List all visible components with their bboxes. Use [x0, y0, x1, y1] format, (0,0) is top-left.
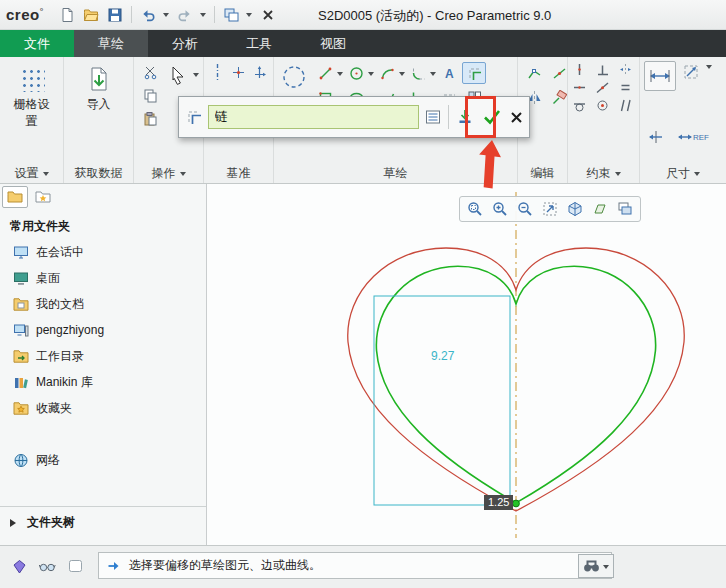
undo-button[interactable]: [137, 4, 159, 26]
find-button[interactable]: [36, 556, 58, 576]
circle-tool-button[interactable]: [344, 62, 368, 84]
window-switch-button[interactable]: [220, 4, 242, 26]
selection-filter-button[interactable]: [8, 556, 30, 576]
offset-drag-handle[interactable]: [513, 500, 520, 507]
refit-button[interactable]: [538, 198, 562, 220]
datum-point-button[interactable]: [229, 61, 247, 83]
constraint-midpoint-button[interactable]: [592, 79, 613, 95]
modify-button[interactable]: [522, 62, 546, 84]
redo-icon: [177, 7, 193, 23]
import-button[interactable]: 导入: [81, 61, 117, 118]
cancel-button[interactable]: [507, 104, 525, 130]
zoom-in-button[interactable]: [488, 198, 512, 220]
constraint-tangent-button[interactable]: [569, 97, 590, 113]
offset-dimension-label[interactable]: 1.25: [484, 495, 513, 510]
constraint-perpendicular-button[interactable]: [592, 61, 613, 77]
offset-tool-button[interactable]: [462, 62, 486, 84]
constraint-symmetric-button[interactable]: [615, 61, 636, 77]
close-window-button[interactable]: [257, 4, 279, 26]
sidebar-tab-folders[interactable]: [2, 186, 28, 208]
height-dimension-text[interactable]: 9.27: [431, 349, 455, 363]
delete-segment-icon: [552, 90, 567, 105]
folder-tree-expander[interactable]: 文件夹树: [0, 506, 206, 531]
search-button[interactable]: [578, 554, 614, 578]
redo-dropdown[interactable]: [198, 4, 209, 26]
save-list-icon: [457, 109, 473, 125]
select-button[interactable]: [165, 61, 190, 91]
arc-tool-button[interactable]: [375, 62, 399, 84]
group-settings: 栅格设置 设置: [0, 57, 64, 183]
dimension-normal-button[interactable]: [644, 61, 676, 91]
collector-button[interactable]: [183, 104, 205, 130]
edit-label-text: 编辑: [531, 165, 555, 182]
centerline-button[interactable]: [208, 61, 226, 83]
dimension-ordinate-button[interactable]: [679, 61, 703, 83]
sidebar-item-favorites[interactable]: 收藏夹: [0, 395, 206, 421]
text-tool-button[interactable]: A: [437, 62, 461, 84]
clipping-toggle-button[interactable]: [64, 556, 86, 576]
sidebar-item-label: 收藏夹: [36, 400, 72, 417]
navigator-tabs: [0, 184, 206, 210]
tab-tools[interactable]: 工具: [222, 30, 296, 57]
group-datum-label: 基准: [204, 163, 273, 183]
dimension-baseline-button[interactable]: [644, 126, 668, 148]
new-file-button[interactable]: [56, 4, 78, 26]
constraint-horizontal-button[interactable]: [569, 79, 590, 95]
constraint-parallel-button[interactable]: [615, 97, 636, 113]
copy-button[interactable]: [138, 84, 162, 106]
line-tool-button[interactable]: [313, 62, 337, 84]
arc-icon: [380, 66, 395, 81]
undo-dropdown[interactable]: [161, 4, 172, 26]
construction-mode-button[interactable]: [278, 61, 310, 93]
tab-sketch[interactable]: 草绘: [74, 30, 148, 57]
layers-button[interactable]: [613, 198, 637, 220]
working-folder-icon: [13, 349, 29, 364]
constraint-coincident-button[interactable]: [592, 97, 613, 113]
sidebar-item-label: pengzhiyong: [36, 323, 104, 337]
tab-file[interactable]: 文件: [0, 30, 74, 57]
grid-dots-icon: [19, 66, 45, 92]
window-switch-dropdown[interactable]: [244, 4, 255, 26]
group-settings-label[interactable]: 设置: [0, 163, 63, 183]
group-dimension-label[interactable]: 尺寸: [640, 163, 726, 183]
save-button[interactable]: [104, 4, 126, 26]
datum-label-text: 基准: [227, 165, 251, 182]
sidebar-item-manikin-library[interactable]: Manikin 库: [0, 369, 206, 395]
tab-analysis[interactable]: 分析: [148, 30, 222, 57]
details-button[interactable]: [422, 104, 444, 130]
paste-button[interactable]: [138, 107, 162, 129]
fillet-tool-button[interactable]: [406, 62, 430, 84]
dropdown-caret-icon: [180, 172, 186, 179]
group-operations-label[interactable]: 操作: [134, 163, 203, 183]
coordinate-system-button[interactable]: [251, 61, 269, 83]
scissors-icon: [143, 65, 158, 80]
sidebar-tab-favorites[interactable]: [30, 186, 56, 208]
panel-separator: [448, 105, 449, 129]
sidebar-item-in-session[interactable]: 在会话中: [0, 239, 206, 265]
tab-view[interactable]: 视图: [296, 30, 370, 57]
zoom-out-button[interactable]: [513, 198, 537, 220]
sidebar-item-working-directory[interactable]: 工作目录: [0, 343, 206, 369]
sidebar-item-my-documents[interactable]: 我的文档: [0, 291, 206, 317]
cut-button[interactable]: [138, 61, 162, 83]
grid-settings-button[interactable]: 栅格设置: [4, 61, 59, 135]
view-toolbar: [459, 196, 641, 222]
box-zoom-button[interactable]: [463, 198, 487, 220]
sketch-canvas[interactable]: 9.27: [207, 184, 726, 545]
dimension-reference-button[interactable]: REF: [671, 126, 715, 148]
modify-icon: [527, 66, 542, 81]
sidebar-item-user[interactable]: pengzhiyong: [0, 317, 206, 343]
constraint-vertical-button[interactable]: [569, 61, 590, 77]
sidebar-item-desktop[interactable]: 桌面: [0, 265, 206, 291]
save-selection-button[interactable]: [454, 104, 476, 130]
accept-button[interactable]: [479, 104, 504, 130]
chain-input[interactable]: [208, 105, 419, 129]
sidebar-item-network[interactable]: 网络: [0, 447, 206, 473]
constraint-equal-button[interactable]: [615, 79, 636, 95]
display-style-button[interactable]: [563, 198, 587, 220]
datum-display-button[interactable]: [588, 198, 612, 220]
open-file-button[interactable]: [80, 4, 102, 26]
copy-icon: [143, 88, 158, 103]
group-constrain-label[interactable]: 约束: [568, 163, 639, 183]
redo-button[interactable]: [174, 4, 196, 26]
